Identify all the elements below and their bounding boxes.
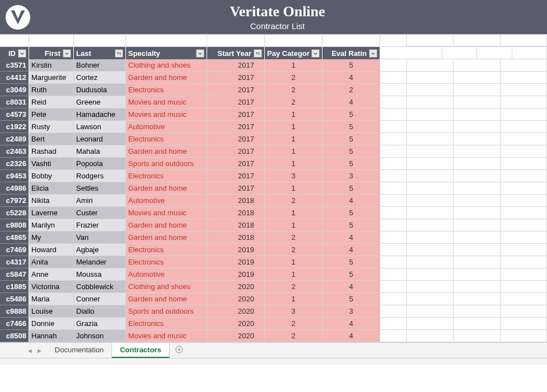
cell-start-year[interactable]: 2020 bbox=[207, 305, 265, 318]
cell-start-year[interactable]: 2017 bbox=[207, 182, 265, 195]
column-header-pay-category[interactable]: Pay Categor bbox=[265, 47, 322, 59]
cell-pay-category[interactable]: 2 bbox=[265, 232, 322, 244]
cell-specialty[interactable]: Automotive bbox=[126, 121, 207, 133]
cell-first[interactable]: Rusty bbox=[29, 121, 74, 133]
sheet-tab-contractors[interactable]: Contractors bbox=[112, 343, 170, 358]
cell-specialty[interactable]: Electronics bbox=[126, 318, 207, 330]
column-header-last[interactable]: Last bbox=[74, 47, 126, 59]
cell-eval-rating[interactable]: 5 bbox=[322, 207, 380, 219]
filter-dropdown-button[interactable] bbox=[63, 49, 71, 58]
empty-cell[interactable] bbox=[380, 268, 407, 281]
cell-pay-category[interactable]: 1 bbox=[265, 158, 322, 170]
cell-first[interactable]: Laverne bbox=[29, 207, 74, 219]
cell-last[interactable]: Leonard bbox=[74, 133, 126, 145]
cell-first[interactable]: Reid bbox=[29, 96, 74, 108]
empty-cell[interactable] bbox=[380, 244, 407, 256]
cell-pay-category[interactable]: 2 bbox=[265, 72, 322, 84]
cell-eval-rating[interactable]: 3 bbox=[322, 170, 380, 182]
cell-specialty[interactable]: Garden and home bbox=[126, 182, 207, 195]
empty-cell[interactable] bbox=[380, 158, 407, 170]
cell-specialty[interactable]: Electronics bbox=[126, 133, 207, 145]
empty-cell[interactable] bbox=[380, 318, 407, 330]
table-row[interactable]: c5486MariaConnerGarden and home202015 bbox=[0, 293, 547, 305]
cell-first[interactable]: Rashad bbox=[29, 145, 74, 158]
cell-last[interactable]: Johnson bbox=[74, 330, 126, 342]
empty-cell[interactable] bbox=[380, 121, 407, 133]
cell-eval-rating[interactable]: 4 bbox=[322, 195, 380, 207]
filter-dropdown-button[interactable] bbox=[18, 49, 26, 58]
table-row[interactable]: c1922RustyLawsonAutomotive201715 bbox=[0, 121, 547, 133]
table-row[interactable]: c9808MarilynFrazierGarden and home201815 bbox=[0, 219, 547, 232]
cell-first[interactable]: Marilyn bbox=[29, 219, 74, 232]
cell-first[interactable]: Maria bbox=[29, 293, 74, 305]
cell-id[interactable]: c4412 bbox=[0, 72, 29, 84]
cell-pay-category[interactable]: 1 bbox=[265, 182, 322, 195]
cell-id[interactable]: c3049 bbox=[0, 84, 29, 96]
cell-last[interactable]: Melander bbox=[74, 256, 126, 268]
cell-pay-category[interactable]: 2 bbox=[265, 244, 322, 256]
cell-eval-rating[interactable]: 5 bbox=[322, 59, 380, 72]
filter-dropdown-button[interactable] bbox=[254, 49, 262, 58]
cell-pay-category[interactable]: 1 bbox=[265, 145, 322, 158]
cell-specialty[interactable]: Clothing and shoes bbox=[126, 281, 207, 293]
cell-last[interactable]: Moussa bbox=[74, 268, 126, 281]
cell-start-year[interactable]: 2018 bbox=[207, 195, 265, 207]
cell-last[interactable]: Custer bbox=[74, 207, 126, 219]
cell-start-year[interactable]: 2017 bbox=[207, 72, 265, 84]
column-header-id[interactable]: ID bbox=[0, 47, 29, 59]
cell-start-year[interactable]: 2017 bbox=[207, 170, 265, 182]
cell-eval-rating[interactable]: 5 bbox=[322, 293, 380, 305]
cell-start-year[interactable]: 2020 bbox=[207, 293, 265, 305]
cell-first[interactable]: Bert bbox=[29, 133, 74, 145]
filter-dropdown-button[interactable] bbox=[196, 49, 204, 58]
cell-start-year[interactable]: 2017 bbox=[207, 108, 265, 121]
empty-cell[interactable] bbox=[380, 84, 407, 96]
cell-id[interactable]: c9808 bbox=[0, 219, 29, 232]
empty-cell[interactable] bbox=[380, 207, 407, 219]
table-row[interactable]: c8508HannahJohnsonMovies and music202024 bbox=[0, 330, 547, 342]
column-header-eval-rating[interactable]: Eval Ratin bbox=[322, 47, 380, 59]
cell-eval-rating[interactable]: 5 bbox=[322, 268, 380, 281]
cell-last[interactable]: Lawson bbox=[74, 121, 126, 133]
cell-first[interactable]: Kirstin bbox=[29, 59, 74, 72]
cell-specialty[interactable]: Electronics bbox=[126, 256, 207, 268]
cell-id[interactable]: c7466 bbox=[0, 318, 29, 330]
cell-first[interactable]: Victorina bbox=[29, 281, 74, 293]
cell-pay-category[interactable]: 3 bbox=[265, 170, 322, 182]
cell-start-year[interactable]: 2020 bbox=[207, 318, 265, 330]
cell-start-year[interactable]: 2017 bbox=[207, 145, 265, 158]
cell-first[interactable]: Anita bbox=[29, 256, 74, 268]
cell-specialty[interactable]: Garden and home bbox=[126, 145, 207, 158]
cell-last[interactable]: Rodgers bbox=[74, 170, 126, 182]
cell-eval-rating[interactable]: 5 bbox=[322, 256, 380, 268]
cell-start-year[interactable]: 2018 bbox=[207, 232, 265, 244]
filter-dropdown-button[interactable] bbox=[369, 49, 377, 58]
cell-id[interactable]: c5847 bbox=[0, 268, 29, 281]
cell-start-year[interactable]: 2017 bbox=[207, 84, 265, 96]
column-header-first[interactable]: First bbox=[29, 47, 74, 59]
empty-cell[interactable] bbox=[380, 219, 407, 232]
cell-specialty[interactable]: Garden and home bbox=[126, 219, 207, 232]
cell-last[interactable]: Bohner bbox=[74, 59, 126, 72]
cell-eval-rating[interactable]: 5 bbox=[322, 219, 380, 232]
table-row[interactable]: c4573PeteHamadacheMovies and music201715 bbox=[0, 108, 547, 121]
cell-start-year[interactable]: 2019 bbox=[207, 244, 265, 256]
cell-id[interactable]: c7972 bbox=[0, 195, 29, 207]
cell-pay-category[interactable]: 1 bbox=[265, 219, 322, 232]
tab-nav-arrows[interactable]: ◄ ► bbox=[22, 347, 47, 354]
cell-first[interactable]: Pete bbox=[29, 108, 74, 121]
cell-start-year[interactable]: 2020 bbox=[207, 330, 265, 342]
cell-first[interactable]: Elicia bbox=[29, 182, 74, 195]
table-row[interactable]: c4412MargueriteCortezGarden and home2017… bbox=[0, 72, 547, 84]
prev-sheet-icon[interactable]: ◄ bbox=[27, 347, 33, 354]
table-row[interactable]: c7972NikitaAmiriAutomotive201824 bbox=[0, 195, 547, 207]
table-row[interactable]: c1885VictorinaCobblewickClothing and sho… bbox=[0, 281, 547, 293]
empty-cell[interactable] bbox=[380, 232, 407, 244]
cell-start-year[interactable]: 2017 bbox=[207, 133, 265, 145]
cell-first[interactable]: Donnie bbox=[29, 318, 74, 330]
empty-cell[interactable] bbox=[380, 256, 407, 268]
cell-last[interactable]: Dudusola bbox=[74, 84, 126, 96]
table-row[interactable]: c5847AnneMoussaAutomotive201915 bbox=[0, 268, 547, 281]
cell-first[interactable]: Hannah bbox=[29, 330, 74, 342]
cell-start-year[interactable]: 2017 bbox=[207, 96, 265, 108]
